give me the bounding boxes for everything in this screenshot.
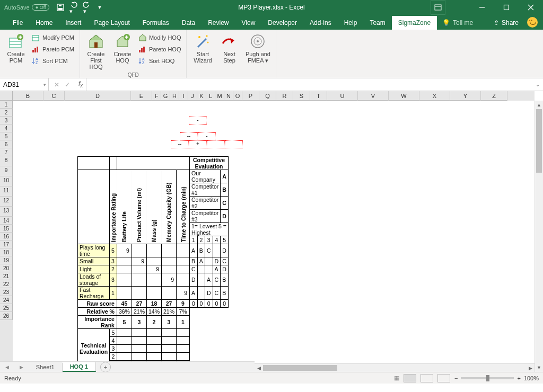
modify-pcm-icon [32,33,40,42]
table-row: Plays long time5 9 ABCD [78,244,229,257]
macro-record-icon[interactable]: ▦ [394,375,399,381]
roof-cell: -- [180,132,198,140]
tab-home[interactable]: Home [29,16,59,30]
sort-hoq-icon: AZ [138,57,147,65]
tab-help[interactable]: Help [338,16,364,30]
share-icon: ⇪ [494,19,499,26]
tab-review[interactable]: Review [202,16,235,30]
row-headers[interactable]: 1234567891011121314151617181920212223242… [0,101,13,363]
ribbon-tabs: File Home Insert Page Layout Formulas Da… [0,15,543,30]
scroll-thumb[interactable] [536,109,542,173]
svg-text:Z: Z [36,61,38,65]
modify-hoq-button[interactable]: Modify HOQ [136,32,183,43]
start-wizard-button[interactable]: Start Wizard [190,32,215,65]
svg-rect-3 [435,5,441,10]
normal-view-button[interactable] [404,374,416,382]
svg-point-31 [198,36,200,38]
tab-insert[interactable]: Insert [59,16,87,30]
cancel-formula-icon[interactable]: ✕ [54,81,59,88]
horizontal-scrollbar[interactable]: ◀ ▶ [255,363,535,372]
create-pcm-button[interactable]: Create PCM [3,32,29,65]
scroll-right-icon[interactable]: ▶ [526,364,535,372]
table-row: Loads of storage3 9 DACB [78,273,229,287]
column-headers[interactable]: BCDEFGHIJKLMNOPQRSTUVWXYZ [13,91,535,101]
ribbon-group-qfd: Create First HOQ Create HOQ Modify HOQ P… [80,30,187,78]
undo-icon[interactable]: ▾ [69,1,78,15]
zoom-control[interactable]: − + 100% [454,375,539,381]
svg-point-32 [207,42,209,43]
pareto-pcm-icon [32,45,40,54]
vertical-scrollbar[interactable]: ▲ ▼ [535,101,543,372]
new-sheet-button[interactable]: + [100,362,111,372]
zoom-out-icon[interactable]: − [454,375,458,381]
status-bar: Ready ▦ − + 100% [0,372,543,384]
spreadsheet-grid[interactable]: BCDEFGHIJKLMNOPQRSTUVWXYZ 12345678910111… [0,91,543,372]
scroll-down-icon[interactable]: ▼ [535,363,543,372]
select-all-corner[interactable] [0,91,13,101]
formula-bar[interactable] [86,78,543,91]
svg-rect-19 [37,47,38,52]
tab-team[interactable]: Team [363,16,391,30]
page-break-view-button[interactable] [437,374,450,382]
autosave-toggle[interactable]: AutoSave ● Off [4,4,49,11]
tab-file[interactable]: File [6,16,29,30]
sheet-nav-next[interactable]: ► [14,364,29,370]
svg-rect-17 [32,50,34,52]
maximize-button[interactable] [494,0,519,15]
zoom-level[interactable]: 100% [524,375,539,381]
redo-icon[interactable]: ▾ [83,1,92,15]
svg-rect-1 [58,8,63,10]
modify-pcm-button[interactable]: Modify PCM [30,32,76,43]
svg-rect-6 [504,5,509,10]
zoom-slider[interactable] [461,377,514,379]
sheet-tab-sheet1[interactable]: Sheet1 [29,363,63,371]
next-step-icon [221,33,238,50]
fx-icon[interactable]: fx [75,80,86,88]
zoom-in-icon[interactable]: + [517,375,520,381]
tab-developer[interactable]: Developer [261,16,303,30]
ribbon-group-pcm: Create PCM Modify PCM Pareto PCM AZSort … [0,30,80,78]
pugh-fmea-button[interactable]: Pugh and FMEA ▾ [243,32,273,65]
ribbon-display-icon[interactable] [431,0,445,15]
close-button[interactable] [519,0,543,15]
pareto-pcm-button[interactable]: Pareto PCM [30,43,76,55]
account-icon[interactable] [527,17,538,28]
table-row: Small3 9 BADC [78,257,229,265]
tab-addins[interactable]: Add-ins [303,16,338,30]
scroll-left-icon[interactable]: ◀ [255,364,263,372]
sort-pcm-button[interactable]: AZSort PCM [30,55,76,67]
svg-rect-26 [139,50,141,52]
share-button[interactable]: ⇪Share [488,16,524,30]
minimize-button[interactable] [470,0,494,15]
sheet-nav-prev[interactable]: ◄ [0,364,14,370]
create-first-hoq-button[interactable]: Create First HOQ [83,32,109,71]
sheet-tab-hoq1[interactable]: HOQ 1 [63,362,96,372]
enter-formula-icon[interactable]: ✓ [65,81,70,88]
name-box[interactable]: AD31 [0,78,49,91]
save-icon[interactable] [57,4,64,11]
svg-rect-18 [34,48,36,52]
house-icon [87,33,104,50]
quick-access-toolbar: ▾ ▾ ▼ [57,1,102,15]
scroll-up-icon[interactable]: ▲ [535,101,543,109]
next-step-button[interactable]: Next Step [216,32,242,65]
wizard-icon [194,33,211,50]
scroll-thumb[interactable] [263,365,337,371]
create-hoq-icon [114,33,131,50]
tell-me-search[interactable]: 💡Tell me [437,16,478,30]
sheet-tabs: ◄ ► Sheet1 HOQ 1 + [0,361,255,372]
tab-view[interactable]: View [235,16,262,30]
pareto-hoq-button[interactable]: Pareto HOQ [136,43,183,55]
tab-data[interactable]: Data [176,16,202,30]
page-layout-view-button[interactable] [421,374,433,382]
sort-pcm-icon: AZ [32,57,40,65]
svg-text:A: A [142,57,145,61]
tab-sigmazone[interactable]: SigmaZone [392,16,437,30]
window-title: MP3 Player.xlsx - Excel [238,4,304,11]
create-hoq-button[interactable]: Create HOQ [110,32,135,65]
tab-page-layout[interactable]: Page Layout [87,16,136,30]
tab-formulas[interactable]: Formulas [136,16,176,30]
qat-dropdown-icon[interactable]: ▼ [97,5,102,10]
sort-hoq-button[interactable]: AZSort HOQ [136,55,183,67]
svg-rect-22 [94,42,98,48]
